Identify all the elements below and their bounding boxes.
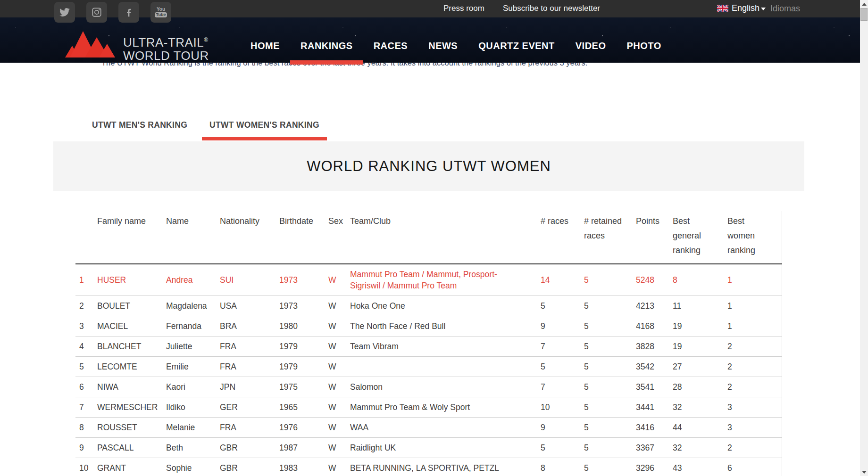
idiomas-label[interactable]: Idiomas bbox=[770, 4, 800, 14]
cell-best_women: 3 bbox=[727, 418, 782, 438]
section-title-band: WORLD RANKING UTWT WOMEN bbox=[53, 141, 804, 191]
cell-points: 3541 bbox=[636, 377, 673, 397]
table-row-rank-4: 4BLANCHETJulietteFRA1979WTeam Vibram7538… bbox=[75, 336, 782, 357]
cell-best_general: 11 bbox=[673, 296, 727, 316]
table-row-rank-10: 10GRANTSophieGBR1983WBETA RUNNING, LA SP… bbox=[75, 458, 782, 476]
logo-registered-mark: ® bbox=[204, 37, 208, 43]
table-row-rank-7: 7WERMESCHERIldikoGER1965WMammut Pro Team… bbox=[75, 397, 782, 418]
cell-best_general: 8 bbox=[673, 264, 727, 296]
cell-team: BETA RUNNING, LA SPORTIVA, PETZL bbox=[350, 458, 541, 476]
cell-rank: 1 bbox=[75, 264, 97, 296]
cell-rank: 4 bbox=[75, 336, 97, 357]
facebook-f-glyph bbox=[124, 7, 134, 17]
cell-nat: GBR bbox=[220, 438, 279, 458]
table-row-rank-8: 8ROUSSETMelanieFRA1976WWAA953416443 bbox=[75, 418, 782, 438]
scrollbar-up-button[interactable] bbox=[860, 0, 868, 8]
cell-best_women: 3 bbox=[727, 397, 782, 418]
cell-sex: W bbox=[328, 458, 350, 476]
youtube-icon[interactable]: You Tube bbox=[150, 2, 171, 23]
cell-points: 3441 bbox=[636, 397, 673, 418]
cell-nat: FRA bbox=[220, 418, 279, 438]
cell-name: Sophie bbox=[166, 458, 220, 476]
press-room-link[interactable]: Press room bbox=[443, 4, 484, 13]
scrollbar-down-button[interactable] bbox=[860, 468, 868, 476]
nav-item-news[interactable]: NEWS bbox=[428, 41, 458, 51]
cell-family: ROUSSET bbox=[97, 418, 166, 438]
language-selector[interactable]: English bbox=[717, 3, 766, 13]
cell-best_general: 44 bbox=[673, 418, 727, 438]
cell-birth: 1979 bbox=[279, 336, 328, 357]
twitter-icon[interactable] bbox=[54, 2, 75, 23]
nav-item-quartz-event[interactable]: QUARTZ EVENT bbox=[478, 41, 555, 51]
cell-retained: 5 bbox=[584, 336, 636, 357]
cell-best_women: 2 bbox=[727, 438, 782, 458]
cell-retained: 5 bbox=[584, 316, 636, 336]
cell-name: Kaori bbox=[166, 377, 220, 397]
cell-best_women: 2 bbox=[727, 357, 782, 377]
cell-birth: 1965 bbox=[279, 397, 328, 418]
cell-best_women: 6 bbox=[727, 458, 782, 476]
cell-sex: W bbox=[328, 377, 350, 397]
cell-birth: 1973 bbox=[279, 264, 328, 296]
cell-races: 9 bbox=[541, 418, 584, 438]
col--retained-races: # retained races bbox=[584, 211, 636, 264]
scroll-down-arrow-icon bbox=[862, 471, 867, 474]
cell-nat: JPN bbox=[220, 377, 279, 397]
nav-item-home[interactable]: HOME bbox=[250, 41, 280, 51]
cell-rank: 3 bbox=[75, 316, 97, 336]
nav-item-photo[interactable]: PHOTO bbox=[627, 41, 661, 51]
logo-line1: ULTRA-TRAIL bbox=[123, 35, 204, 49]
col-team-club: Team/Club bbox=[350, 211, 541, 264]
col-points: Points bbox=[636, 211, 673, 264]
cell-birth: 1979 bbox=[279, 357, 328, 377]
cell-nat: BRA bbox=[220, 316, 279, 336]
cell-birth: 1975 bbox=[279, 377, 328, 397]
cell-family: BOULET bbox=[97, 296, 166, 316]
table-row-rank-9: 9PASCALLBethGBR1987WRaidlight UK55336732… bbox=[75, 438, 782, 458]
utwt-logo[interactable]: ULTRA-TRAIL® WORLD TOUR bbox=[64, 30, 209, 62]
cell-family: HUSER bbox=[97, 264, 166, 296]
col-best-women-ranking: Best women ranking bbox=[727, 211, 782, 264]
col-name: Name bbox=[166, 211, 220, 264]
subscribe-newsletter-link[interactable]: Subscribe to our newsletter bbox=[503, 4, 600, 13]
cell-family: MACIEL bbox=[97, 316, 166, 336]
cell-retained: 5 bbox=[584, 418, 636, 438]
facebook-icon[interactable] bbox=[118, 2, 139, 23]
instagram-icon[interactable] bbox=[86, 2, 107, 23]
cell-best_women: 2 bbox=[727, 336, 782, 357]
scroll-up-arrow-icon bbox=[862, 3, 867, 6]
instagram-camera-glyph bbox=[92, 7, 102, 17]
col--races: # races bbox=[541, 211, 584, 264]
table-body: 1HUSERAndreaSUI1973WMammut Pro Team / Ma… bbox=[75, 264, 782, 476]
cell-team: WAA bbox=[350, 418, 541, 438]
table-row-rank-1: 1HUSERAndreaSUI1973WMammut Pro Team / Ma… bbox=[75, 264, 782, 296]
cell-races: 14 bbox=[541, 264, 584, 296]
cell-rank: 8 bbox=[75, 418, 97, 438]
nav-item-races[interactable]: RACES bbox=[374, 41, 408, 51]
cell-retained: 5 bbox=[584, 397, 636, 418]
col-sex: Sex bbox=[328, 211, 350, 264]
cell-best_general: 32 bbox=[673, 438, 727, 458]
vertical-scrollbar[interactable] bbox=[860, 0, 868, 476]
nav-item-video[interactable]: VIDEO bbox=[576, 41, 606, 51]
cell-races: 5 bbox=[541, 296, 584, 316]
tab-utwt-women-s-ranking[interactable]: UTWT WOMEN'S RANKING bbox=[209, 120, 319, 130]
cell-rank: 5 bbox=[75, 357, 97, 377]
youtube-text-box: Tube bbox=[155, 12, 167, 17]
cell-team: Team Vibram bbox=[350, 336, 541, 357]
cell-family: PASCALL bbox=[97, 438, 166, 458]
women-ranking-table: Family nameNameNationalityBirthdateSexTe… bbox=[75, 211, 782, 476]
cell-best_general: 32 bbox=[673, 397, 727, 418]
nav-item-rankings[interactable]: RANKINGS bbox=[300, 41, 353, 51]
cell-name: Ildiko bbox=[166, 397, 220, 418]
cell-best_general: 27 bbox=[673, 357, 727, 377]
cell-best_general: 43 bbox=[673, 458, 727, 476]
col-rank bbox=[75, 211, 97, 264]
cell-retained: 5 bbox=[584, 458, 636, 476]
scrollbar-thumb[interactable] bbox=[860, 8, 868, 21]
logo-wordmark: ULTRA-TRAIL® WORLD TOUR bbox=[123, 33, 209, 62]
cell-name: Melanie bbox=[166, 418, 220, 438]
top-utility-bar: You Tube Press room Subscribe to our new… bbox=[0, 0, 860, 17]
nav-active-underline bbox=[290, 60, 363, 65]
tab-utwt-men-s-ranking[interactable]: UTWT MEN'S RANKING bbox=[92, 120, 187, 130]
